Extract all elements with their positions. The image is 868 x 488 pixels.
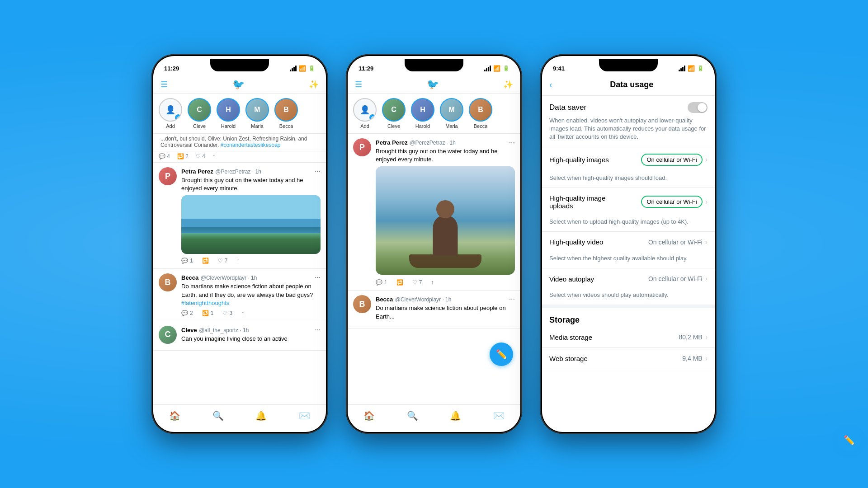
tweet-cleve-text-1: Can you imagine living close to an activ… bbox=[181, 335, 321, 343]
phone-screen-1: 11:29 📶 🔋 ☰ 🐦 ✨ 👤 + Add bbox=[153, 56, 326, 432]
tab-notifications-1[interactable]: 🔔 bbox=[251, 408, 271, 423]
media-storage-right: 80,2 MB › bbox=[679, 333, 708, 341]
share-petra-1[interactable]: ↑ bbox=[236, 258, 239, 264]
story-cleve-avatar-2: C bbox=[382, 98, 406, 122]
stories-row-2: 👤 + Add C Cleve H Harold M bbox=[348, 94, 520, 134]
hq-images-row[interactable]: High-quality images On cellular or Wi-Fi… bbox=[542, 147, 715, 172]
status-icons-1: 📶 🔋 bbox=[290, 65, 315, 72]
share-petra-2[interactable]: ↑ bbox=[431, 279, 434, 286]
story-becca-avatar-2: B bbox=[469, 98, 492, 122]
tweet-cleve-meta-1: Cleve @all_the_sportz · 1h bbox=[181, 326, 249, 334]
tweet-becca-more-1[interactable]: ··· bbox=[315, 273, 321, 282]
add-story-icon-2: + bbox=[368, 113, 377, 122]
hq-images-desc: Select when high-quality images should l… bbox=[542, 172, 715, 188]
like-petra-2[interactable]: ♡ 7 bbox=[412, 279, 422, 286]
tab-messages-2[interactable]: ✉️ bbox=[489, 408, 509, 423]
hq-video-value: On cellular or Wi-Fi bbox=[648, 239, 703, 246]
media-storage-row[interactable]: Media storage 80,2 MB › bbox=[542, 327, 715, 348]
tab-search-2[interactable]: 🔍 bbox=[402, 408, 422, 423]
like-partial[interactable]: ♡ 4 bbox=[196, 153, 205, 160]
lake-image-1 bbox=[181, 195, 321, 254]
phone-2: 11:29 📶 🔋 ☰ 🐦 ✨ 👤 + Add bbox=[346, 54, 522, 434]
story-harold-1[interactable]: H Harold bbox=[217, 98, 240, 129]
tweet-petra-actions-1: 💬 1 🔁 ♡ 7 ↑ bbox=[181, 258, 321, 264]
video-autoplay-value: On cellular or Wi-Fi bbox=[648, 275, 703, 282]
status-icons-3: 📶 🔋 bbox=[679, 65, 704, 72]
becca-hashtag-1[interactable]: #latenightthoughts bbox=[181, 300, 229, 306]
tweet-petra-more-1[interactable]: ··· bbox=[315, 167, 321, 175]
hq-video-label: High-quality video bbox=[549, 238, 603, 246]
tab-messages-1[interactable]: ✉️ bbox=[294, 408, 314, 423]
like-petra-1[interactable]: ♡ 7 bbox=[218, 258, 228, 264]
retweet-partial[interactable]: 🔁 2 bbox=[177, 153, 189, 160]
sparkle-icon-1[interactable]: ✨ bbox=[309, 80, 319, 89]
video-autoplay-right: On cellular or Wi-Fi › bbox=[648, 275, 708, 283]
tab-home-1[interactable]: 🏠 bbox=[165, 408, 185, 423]
tweet-petra-text-2: Brought this guy out on the water today … bbox=[376, 147, 515, 164]
web-storage-row[interactable]: Web storage 9,4 MB › bbox=[542, 348, 715, 369]
tweet-cleve-avatar-1[interactable]: C bbox=[159, 326, 177, 344]
story-maria-label-1: Maria bbox=[251, 123, 264, 129]
feed-1: ...don't, but should. Olive: Union Zest,… bbox=[153, 134, 326, 404]
hq-video-row[interactable]: High-quality video On cellular or Wi-Fi … bbox=[542, 232, 715, 253]
battery-icon-1: 🔋 bbox=[308, 65, 315, 71]
menu-icon-1[interactable]: ☰ bbox=[160, 80, 168, 89]
tab-notifications-2[interactable]: 🔔 bbox=[446, 408, 466, 423]
share-partial[interactable]: ↑ bbox=[212, 153, 215, 160]
retweet-petra-1[interactable]: 🔁 bbox=[202, 258, 209, 264]
story-maria-label-2: Maria bbox=[445, 123, 458, 129]
tweet-petra-meta-1: Petra Perez @PerezPetraz · 1h bbox=[181, 167, 261, 175]
hq-images-chevron: › bbox=[705, 155, 708, 164]
data-saver-label: Data saver bbox=[549, 103, 586, 112]
story-cleve-1[interactable]: C Cleve bbox=[188, 98, 211, 129]
retweet-petra-2[interactable]: 🔁 bbox=[396, 279, 403, 286]
story-add-2[interactable]: 👤 + Add bbox=[353, 98, 377, 129]
signal-icon-3 bbox=[679, 66, 685, 71]
dog-head-shape bbox=[436, 200, 454, 218]
story-becca-1[interactable]: B Becca bbox=[274, 98, 298, 129]
reply-partial[interactable]: 💬 4 bbox=[159, 153, 170, 160]
story-harold-2[interactable]: H Harold bbox=[411, 98, 434, 129]
story-add-avatar: 👤 + bbox=[159, 98, 182, 122]
retweet-becca-1[interactable]: 🔁 1 bbox=[202, 310, 214, 316]
sparkle-icon-2[interactable]: ✨ bbox=[503, 80, 513, 89]
story-add[interactable]: 👤 + Add bbox=[159, 98, 182, 129]
tweet-becca-avatar-2[interactable]: B bbox=[353, 295, 371, 313]
data-saver-row: Data saver bbox=[542, 96, 715, 115]
back-button[interactable]: ‹ bbox=[549, 80, 552, 90]
share-becca-1[interactable]: ↑ bbox=[241, 310, 244, 316]
video-autoplay-section: Video autoplay On cellular or Wi-Fi › Se… bbox=[542, 268, 715, 305]
time-2: 11:29 bbox=[359, 65, 373, 72]
tweet-petra-avatar-2[interactable]: P bbox=[353, 138, 371, 156]
tweet-becca-more-2[interactable]: ··· bbox=[509, 295, 515, 303]
tweet-cleve-more-1[interactable]: ··· bbox=[315, 326, 321, 334]
settings-header: ‹ Data usage bbox=[542, 76, 715, 96]
battery-icon-2: 🔋 bbox=[503, 65, 509, 71]
tweet-becca-avatar-1[interactable]: B bbox=[159, 273, 177, 291]
wifi-icon-2: 📶 bbox=[493, 65, 500, 72]
tweet-becca-header-2: Becca @CleverWordplayr · 1h ··· bbox=[376, 295, 515, 303]
video-autoplay-desc: Select when videos should play automatic… bbox=[542, 289, 715, 305]
tab-search-1[interactable]: 🔍 bbox=[208, 408, 228, 423]
reply-petra-2[interactable]: 💬 1 bbox=[376, 279, 387, 286]
reply-becca-1[interactable]: 💬 2 bbox=[181, 310, 193, 316]
video-autoplay-row[interactable]: Video autoplay On cellular or Wi-Fi › bbox=[542, 268, 715, 289]
tweet-petra-avatar-1[interactable]: P bbox=[159, 167, 177, 185]
hq-uploads-row[interactable]: High-quality image uploads On cellular o… bbox=[542, 188, 715, 216]
tab-home-2[interactable]: 🏠 bbox=[359, 408, 379, 423]
data-saver-toggle[interactable] bbox=[688, 102, 708, 113]
reply-petra-1[interactable]: 💬 1 bbox=[181, 258, 193, 264]
hq-uploads-chevron: › bbox=[705, 198, 708, 206]
story-maria-1[interactable]: M Maria bbox=[245, 98, 269, 129]
story-maria-2[interactable]: M Maria bbox=[440, 98, 463, 129]
settings-content: Data saver When enabled, videos won't au… bbox=[542, 96, 715, 432]
compose-button-2[interactable]: ✏️ bbox=[490, 343, 513, 366]
like-becca-1[interactable]: ♡ 3 bbox=[222, 310, 232, 316]
story-cleve-2[interactable]: C Cleve bbox=[382, 98, 406, 129]
tweet-petra-more-2[interactable]: ··· bbox=[509, 138, 515, 146]
menu-icon-2[interactable]: ☰ bbox=[355, 80, 362, 89]
bottom-tabs-1: 🏠 🔍 🔔 ✉️ bbox=[153, 404, 326, 432]
story-becca-2[interactable]: B Becca bbox=[469, 98, 492, 129]
tweet-petra-image-1 bbox=[181, 195, 321, 254]
hq-video-section: High-quality video On cellular or Wi-Fi … bbox=[542, 231, 715, 268]
